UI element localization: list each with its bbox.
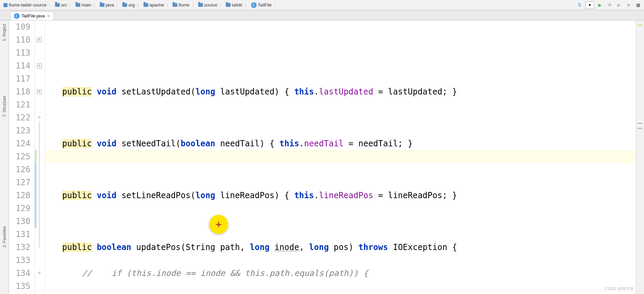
run-config-dropdown[interactable]: ▾ — [585, 1, 594, 9]
code-line — [62, 111, 636, 124]
code-line: public void setNeedTail(boolean needTail… — [62, 137, 636, 150]
crumb-org[interactable]: org — [121, 2, 136, 8]
line-number: 128 — [9, 189, 30, 202]
layout-icon[interactable]: ▦ — [634, 1, 642, 9]
fold-gutter: + + + ⊟ ⊟ — [35, 20, 45, 294]
line-number: 113 — [9, 46, 30, 59]
sort-icon[interactable]: ⇅ — [576, 1, 583, 9]
crumb-label: java — [106, 2, 114, 8]
code-line — [62, 163, 636, 176]
line-number: 130 — [9, 215, 30, 228]
line-number: 117 — [9, 72, 30, 85]
folder-icon — [100, 3, 105, 7]
module-icon — [3, 3, 8, 7]
code-line: // — [62, 293, 636, 294]
tool-tab-favorites[interactable]: 2: Favorites — [2, 226, 7, 248]
crumb-java[interactable]: java — [98, 2, 115, 8]
crumb-class[interactable]: C TailFile — [250, 2, 273, 9]
folder-icon — [55, 3, 60, 7]
run-icon[interactable]: ▶ — [596, 1, 604, 9]
line-number: 126 — [9, 163, 30, 176]
fold-expand-icon[interactable]: ⊟ — [37, 115, 42, 120]
crumb-label: main — [82, 2, 91, 8]
line-number: 118 — [9, 85, 30, 98]
line-number: 135 — [9, 280, 30, 293]
folder-icon — [226, 3, 231, 7]
left-tool-tabs: 1: Project 7: Structure 2: Favorites — [0, 20, 9, 294]
error-stripe[interactable] — [636, 20, 644, 294]
code-line — [62, 215, 636, 228]
class-icon: C — [251, 2, 257, 8]
crumb-sep: 〉 — [48, 2, 54, 8]
crumb-source[interactable]: source — [197, 2, 219, 8]
crumb-module[interactable]: flume-taildir-source — [2, 2, 48, 8]
code-body[interactable]: public void setLastUpdated(long lastUpda… — [45, 20, 636, 294]
line-number: 133 — [9, 254, 30, 267]
debug-icon[interactable]: ✱ — [606, 1, 613, 9]
tool-tab-project[interactable]: 1: Project — [2, 24, 7, 41]
code-line: public boolean updatePos(String path, lo… — [62, 241, 636, 254]
class-icon: C — [14, 13, 19, 19]
line-number: 109 — [9, 20, 30, 33]
line-number: 134 — [9, 267, 30, 280]
crumb-label: org — [128, 2, 135, 8]
crumb-label: taildir — [232, 2, 243, 8]
fold-collapse-icon[interactable]: + — [37, 89, 42, 94]
crumb-label: TailFile — [258, 2, 272, 8]
line-number: 127 — [9, 176, 30, 189]
code-line — [62, 59, 636, 72]
fold-line — [39, 121, 40, 248]
watermark-text: CSDN @阿字呀 — [604, 286, 634, 292]
line-number: 110 — [9, 33, 30, 46]
line-number: 123 — [9, 124, 30, 137]
code-line: public void setLineReadPos(long lineRead… — [62, 189, 636, 202]
cursor-badge-plus: + — [209, 215, 228, 234]
stop-icon[interactable]: ■ — [625, 1, 632, 9]
line-number: 131 — [9, 228, 30, 241]
folder-icon — [122, 3, 127, 7]
crumb-apache[interactable]: apache — [142, 2, 165, 8]
coverage-icon[interactable]: ▶ — [615, 1, 623, 9]
folder-icon — [173, 3, 177, 7]
fold-collapse-icon[interactable]: + — [37, 63, 42, 68]
code-line: public void setLastUpdated(long lastUpda… — [62, 85, 636, 98]
crumb-label: source — [204, 2, 217, 8]
crumb-taildir[interactable]: taildir — [224, 2, 244, 8]
folder-icon — [76, 3, 80, 7]
tab-filename: TailFile.java — [22, 13, 45, 18]
line-number: 114 — [9, 59, 30, 72]
vcs-change-marker — [35, 150, 37, 163]
fold-collapse-icon[interactable]: + — [37, 38, 42, 42]
crumb-main[interactable]: main — [74, 2, 93, 8]
tab-close-icon[interactable]: ✕ — [47, 14, 50, 18]
crumb-flume[interactable]: flume — [171, 2, 191, 8]
line-number: 132 — [9, 241, 30, 254]
crumb-label: flume — [179, 2, 190, 8]
code-editor[interactable]: 109 110 113 114 117 118 121 122 123 124 … — [9, 20, 636, 294]
line-number: 122 — [9, 111, 30, 124]
tool-tab-structure[interactable]: 7: Structure — [2, 96, 7, 117]
change-marker[interactable] — [638, 123, 642, 124]
crumb-label: src — [61, 2, 67, 8]
line-number-gutter: 109 110 113 114 117 118 121 122 123 124 … — [9, 20, 35, 294]
folder-icon — [143, 3, 148, 7]
line-number: 124 — [9, 137, 30, 150]
change-marker[interactable] — [638, 128, 642, 129]
crumb-label: apache — [149, 2, 164, 8]
folder-icon — [198, 3, 203, 7]
fold-expand-icon[interactable]: ⊟ — [37, 271, 42, 276]
current-line-highlight — [45, 150, 636, 163]
crumb-label: flume-taildir-source — [9, 2, 47, 8]
line-number: 129 — [9, 202, 30, 215]
code-line: // if (this.inode == inode && this.path.… — [62, 267, 636, 280]
toolbar-right: ⇅ ▾ ▶ ✱ ▶ ■ ▦ — [576, 1, 642, 9]
line-number: 125 — [9, 150, 30, 163]
vcs-change-marker — [35, 163, 37, 228]
crumb-src[interactable]: src — [54, 2, 68, 8]
warning-marker[interactable] — [638, 25, 642, 26]
file-tab[interactable]: C TailFile.java ✕ — [10, 11, 54, 20]
breadcrumb-bar: flume-taildir-source〉 src〉 main〉 java〉 o… — [0, 0, 644, 10]
line-number: 121 — [9, 98, 30, 111]
editor-tabs: C TailFile.java ✕ — [0, 10, 644, 20]
